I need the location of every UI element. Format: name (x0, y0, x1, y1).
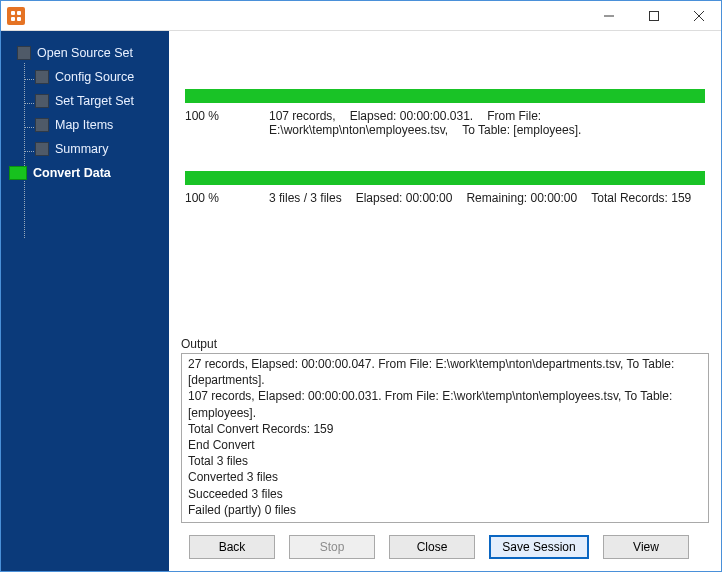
output-line: 27 records, Elapsed: 00:00:00.047. From … (188, 356, 702, 388)
sidebar-item-label: Map Items (55, 118, 113, 132)
file-progress-records: 107 records, (269, 109, 336, 123)
output-log[interactable]: 27 records, Elapsed: 00:00:00.047. From … (181, 353, 709, 523)
minimize-button[interactable] (586, 1, 631, 30)
step-node-icon (17, 46, 31, 60)
file-progress-from-label: From File: (487, 109, 541, 123)
wizard-sidebar: Open Source Set Config Source Set Target… (1, 31, 169, 571)
total-progress-total-records: Total Records: 159 (591, 191, 691, 205)
output-line: 107 records, Elapsed: 00:00:00.031. From… (188, 388, 702, 420)
total-progress-elapsed: Elapsed: 00:00:00 (356, 191, 453, 205)
step-node-icon (35, 94, 49, 108)
app-icon (7, 7, 25, 25)
total-progress-bar (185, 171, 705, 185)
titlebar (1, 1, 721, 31)
total-progress-files: 3 files / 3 files (269, 191, 342, 205)
sidebar-item-label: Convert Data (33, 166, 111, 180)
file-progress-bar (185, 89, 705, 103)
file-progress-fromfile: E:\work\temp\nton\employees.tsv, (269, 123, 448, 137)
sidebar-item-summary[interactable]: Summary (11, 137, 169, 161)
sidebar-item-convert-data[interactable]: Convert Data (11, 161, 169, 185)
close-dialog-button[interactable]: Close (389, 535, 475, 559)
sidebar-item-label: Set Target Set (55, 94, 134, 108)
sidebar-item-config-source[interactable]: Config Source (11, 65, 169, 89)
close-button[interactable] (676, 1, 721, 30)
sidebar-item-label: Open Source Set (37, 46, 133, 60)
output-line: Converted 3 files (188, 469, 702, 485)
sidebar-item-label: Summary (55, 142, 108, 156)
main-panel: 100 % 107 records, Elapsed: 00:00:00.031… (169, 31, 721, 571)
sidebar-item-map-items[interactable]: Map Items (11, 113, 169, 137)
output-line: Succeeded 3 files (188, 486, 702, 502)
file-progress-to-label: To Table: [employees]. (462, 123, 581, 137)
step-node-active-icon (9, 166, 27, 180)
total-progress-percent: 100 % (185, 191, 255, 205)
output-line: End Convert (188, 437, 702, 453)
back-button[interactable]: Back (189, 535, 275, 559)
sidebar-item-label: Config Source (55, 70, 134, 84)
save-session-button[interactable]: Save Session (489, 535, 589, 559)
file-progress-elapsed: Elapsed: 00:00:00.031. (350, 109, 473, 123)
output-line: Total 3 files (188, 453, 702, 469)
total-progress-remaining: Remaining: 00:00:00 (466, 191, 577, 205)
view-button[interactable]: View (603, 535, 689, 559)
stop-button: Stop (289, 535, 375, 559)
svg-rect-1 (649, 11, 658, 20)
output-line: Failed (partly) 0 files (188, 502, 702, 518)
file-progress-percent: 100 % (185, 109, 255, 123)
sidebar-item-open-source-set[interactable]: Open Source Set (11, 41, 169, 65)
total-progress-section: 100 % 3 files / 3 files Elapsed: 00:00:0… (177, 159, 713, 209)
button-row: Back Stop Close Save Session View (177, 525, 713, 563)
app-window: Open Source Set Config Source Set Target… (0, 0, 722, 572)
step-node-icon (35, 70, 49, 84)
output-line: Total Convert Records: 159 (188, 421, 702, 437)
step-node-icon (35, 142, 49, 156)
maximize-button[interactable] (631, 1, 676, 30)
file-progress-section: 100 % 107 records, Elapsed: 00:00:00.031… (177, 77, 713, 141)
output-label: Output (177, 337, 713, 353)
sidebar-item-set-target-set[interactable]: Set Target Set (11, 89, 169, 113)
step-node-icon (35, 118, 49, 132)
